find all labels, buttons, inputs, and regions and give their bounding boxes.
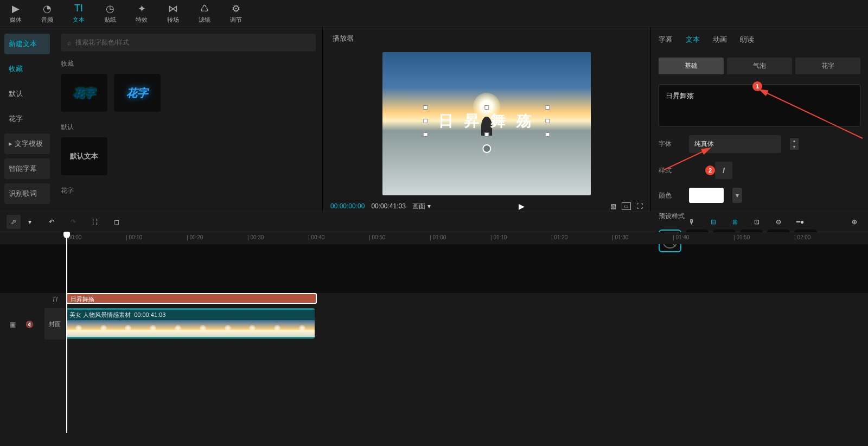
resize-handle[interactable] bbox=[484, 105, 489, 110]
sub-tab[interactable]: 花字 bbox=[795, 58, 860, 74]
ratio-icon[interactable]: ▭ bbox=[622, 202, 631, 210]
resize-handle[interactable] bbox=[546, 132, 550, 137]
tool-icon: ✦ bbox=[138, 3, 146, 14]
resize-handle[interactable] bbox=[546, 119, 550, 123]
split-tool[interactable]: ╎╎ bbox=[88, 215, 102, 229]
text-style-thumb[interactable]: 默认文本 bbox=[61, 137, 107, 175]
sidebar-item[interactable]: 默认 bbox=[4, 84, 50, 104]
text-input[interactable]: 日昇舞殇 1 bbox=[659, 84, 860, 126]
redo-button[interactable]: ↷ bbox=[66, 215, 80, 229]
text-input-value: 日昇舞殇 bbox=[666, 92, 694, 100]
crop-tool[interactable]: ◻ bbox=[110, 215, 124, 229]
image-icon[interactable]: ▧ bbox=[610, 202, 616, 210]
right-tab[interactable]: 朗读 bbox=[740, 35, 754, 44]
tool-调节[interactable]: ⚙调节 bbox=[220, 0, 252, 27]
style-row: 样式 B 2 I bbox=[651, 157, 868, 183]
cover-button[interactable]: 封面 bbox=[44, 308, 65, 340]
video-clip[interactable]: 美女 人物风景情感素材 00:00:41:03 bbox=[66, 308, 315, 339]
text-overlay[interactable]: 日 昇 舞 殇 bbox=[425, 107, 547, 135]
canvas-select[interactable]: 画面 ▾ bbox=[412, 202, 431, 211]
time-current: 00:00:00:00 bbox=[330, 202, 365, 210]
cursor-tool[interactable]: ⬀ bbox=[7, 215, 21, 229]
sidebar-item[interactable]: 新建文本 bbox=[4, 34, 50, 54]
preset-label: 预设样式 bbox=[659, 212, 685, 221]
sidebar-item[interactable]: 识别歌词 bbox=[4, 183, 50, 204]
right-tab[interactable]: 字幕 bbox=[659, 35, 673, 44]
right-tab[interactable]: 动画 bbox=[713, 35, 727, 44]
player-title: 播放器 bbox=[323, 27, 650, 50]
sidebar-item[interactable]: 收藏 bbox=[4, 59, 50, 79]
resize-handle[interactable] bbox=[546, 105, 550, 110]
text-track-icon[interactable]: TI bbox=[52, 296, 58, 303]
time-total: 00:00:41:03 bbox=[371, 202, 405, 210]
sub-tab[interactable]: 基础 bbox=[659, 58, 724, 74]
color-swatch[interactable] bbox=[689, 188, 724, 203]
search-input[interactable]: ⌕ 搜索花字颜色/样式 bbox=[61, 34, 316, 52]
tool-贴纸[interactable]: ◷贴纸 bbox=[94, 0, 126, 27]
resize-handle[interactable] bbox=[484, 132, 489, 137]
font-row: 字体 纯真体 ▴ ▾ bbox=[651, 131, 868, 157]
sidebar-item[interactable]: 智能字幕 bbox=[4, 158, 50, 179]
main-panels: 新建文本收藏默认花字▸ 文字模板智能字幕识别歌词 ⌕ 搜索花字颜色/样式 收藏 … bbox=[0, 27, 868, 212]
ruler-tick: | 00:40 bbox=[308, 232, 369, 244]
playhead[interactable] bbox=[66, 232, 67, 433]
section-huazi-label: 花字 bbox=[61, 186, 316, 195]
resize-handle[interactable] bbox=[423, 132, 427, 137]
resize-handle[interactable] bbox=[423, 105, 427, 110]
resize-handle[interactable] bbox=[423, 119, 427, 123]
color-dropdown[interactable]: ▾ bbox=[732, 188, 742, 203]
ruler-tick: | 01:20 bbox=[551, 232, 612, 244]
player-canvas[interactable]: 日 昇 舞 殇 bbox=[323, 50, 650, 197]
rotate-handle[interactable] bbox=[482, 144, 491, 153]
ruler-tick: | 01:40 bbox=[673, 232, 733, 244]
text-style-thumb[interactable]: 花字 bbox=[114, 74, 161, 112]
mute-icon[interactable]: 🔇 bbox=[25, 321, 34, 328]
fullscreen-icon[interactable]: ⛶ bbox=[636, 202, 643, 210]
tool-转场[interactable]: ⋈转场 bbox=[157, 0, 189, 27]
player-controls-right: ▧ ▭ ⛶ bbox=[610, 202, 643, 210]
italic-button[interactable]: I bbox=[715, 162, 732, 179]
tool-icon: ▶ bbox=[12, 3, 20, 14]
ruler-tick: | 01:10 bbox=[490, 232, 551, 244]
tool-label: 音频 bbox=[41, 16, 53, 24]
sidebar-item[interactable]: ▸ 文字模板 bbox=[4, 133, 50, 154]
clip-thumb bbox=[190, 320, 215, 339]
clip-thumb bbox=[215, 320, 240, 339]
text-clip[interactable]: 日昇舞殇 bbox=[66, 293, 317, 304]
font-stepper[interactable]: ▴ ▾ bbox=[790, 138, 799, 150]
clip-thumb bbox=[240, 320, 265, 339]
undo-button[interactable]: ↶ bbox=[44, 215, 59, 229]
step-down-icon[interactable]: ▾ bbox=[790, 144, 799, 150]
tool-音频[interactable]: ◔音频 bbox=[31, 0, 63, 27]
step-up-icon[interactable]: ▴ bbox=[790, 138, 799, 144]
tool-label: 滤镜 bbox=[199, 16, 210, 24]
cursor-dropdown[interactable]: ▾ bbox=[23, 215, 37, 229]
annotation-marker-1: 1 bbox=[752, 81, 762, 91]
overlay-text[interactable]: 日 昇 舞 殇 bbox=[425, 107, 547, 135]
text-style-thumb[interactable]: 花字 bbox=[61, 74, 107, 112]
section-fav-label: 收藏 bbox=[61, 59, 316, 68]
video-track: ▣ 🔇 封面 美女 人物风景情感素材 00:00:41:03 bbox=[0, 308, 868, 341]
font-value: 纯真体 bbox=[694, 139, 714, 149]
ruler-tick: | 00:20 bbox=[187, 232, 247, 244]
clip-thumb bbox=[66, 320, 91, 339]
search-icon: ⌕ bbox=[67, 39, 71, 47]
sub-tab[interactable]: 气泡 bbox=[727, 58, 792, 74]
timeline-ruler[interactable]: | 00:00| 00:10| 00:20| 00:30| 00:40| 00:… bbox=[0, 232, 868, 244]
preset-label-row: 预设样式 bbox=[651, 207, 868, 225]
clip-thumb bbox=[116, 320, 141, 339]
color-label: 颜色 bbox=[659, 191, 680, 200]
video-frame: 日 昇 舞 殇 bbox=[382, 52, 591, 195]
right-tab[interactable]: 文本 bbox=[686, 35, 700, 44]
video-track-icon[interactable]: ▣ bbox=[10, 321, 16, 328]
sidebar-item[interactable]: 花字 bbox=[4, 109, 50, 129]
play-button[interactable]: ▶ bbox=[519, 202, 525, 211]
tool-媒体[interactable]: ▶媒体 bbox=[0, 0, 31, 27]
font-select[interactable]: 纯真体 bbox=[689, 135, 781, 153]
top-toolbar: ▶媒体◔音频TI文本◷贴纸✦特效⋈转场♺滤镜⚙调节 bbox=[0, 0, 868, 27]
tool-滤镜[interactable]: ♺滤镜 bbox=[189, 0, 220, 27]
player-controls: 00:00:00:00 00:00:41:03 画面 ▾ ▶ ▧ ▭ ⛶ bbox=[323, 198, 650, 214]
tool-特效[interactable]: ✦特效 bbox=[126, 0, 157, 27]
tool-文本[interactable]: TI文本 bbox=[63, 0, 94, 27]
clip-thumb bbox=[91, 320, 116, 339]
